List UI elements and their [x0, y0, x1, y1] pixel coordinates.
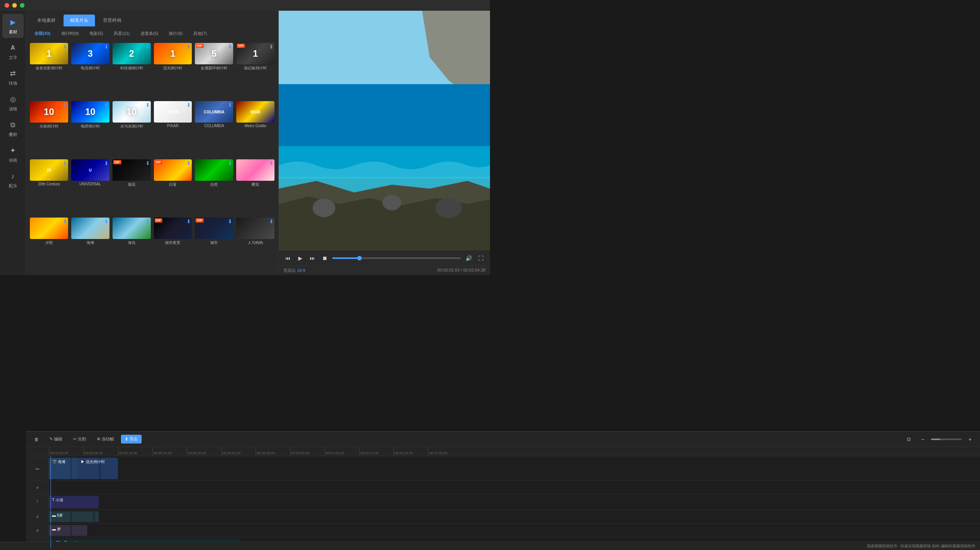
download-badge[interactable]: ⬇ — [228, 160, 232, 166]
media-label-24: 人与狗狗 — [248, 240, 263, 246]
media-item-6[interactable]: VIP⬇1场记板倒计时 — [235, 42, 275, 99]
media-item-2[interactable]: ⬇3电流倒计时 — [70, 42, 110, 99]
download-badge[interactable]: ⬇ — [228, 44, 232, 50]
download-badge[interactable]: ⬇ — [145, 218, 150, 224]
tab-local[interactable]: 本地素材 — [31, 15, 62, 26]
download-badge[interactable]: ⬇ — [63, 160, 67, 166]
download-badge[interactable]: ⬇ — [269, 44, 274, 50]
download-badge[interactable]: ⬇ — [186, 160, 191, 166]
download-badge[interactable]: ⬇ — [63, 102, 67, 108]
rewind-button[interactable]: ⏮ — [283, 254, 292, 263]
download-badge[interactable]: ⬇ — [104, 44, 109, 50]
minimize-button[interactable] — [12, 3, 17, 8]
vip-badge: VIP — [196, 44, 204, 48]
download-badge[interactable]: ⬇ — [228, 102, 232, 108]
media-item-19[interactable]: ⬇夕阳 — [29, 217, 69, 273]
vip-badge: VIP — [113, 160, 121, 164]
close-button[interactable] — [5, 3, 9, 8]
filter-bar: 全部(43) 倒计时(9) 电影(5) 风景(11) 进度条(5) 旅行(6) … — [26, 26, 278, 41]
media-label-11: COLUMBIA — [204, 124, 224, 128]
music-icon: ♪ — [8, 171, 18, 182]
download-badge[interactable]: ⬇ — [186, 102, 191, 108]
media-item-3[interactable]: ⬇2科技感倒计时 — [112, 42, 152, 99]
filter-countdown[interactable]: 倒计时(9) — [57, 29, 83, 38]
sidebar-label-animation: 动画 — [9, 157, 17, 163]
download-badge[interactable]: ⬇ — [186, 218, 191, 224]
filter-progress[interactable]: 进度条(5) — [137, 29, 162, 38]
download-badge[interactable]: ⬇ — [269, 102, 274, 108]
forward-button[interactable]: ⏭ — [308, 254, 317, 263]
maximize-button[interactable] — [20, 3, 24, 8]
media-grid: ⬇1金色光影倒计时⬇3电流倒计时⬇2科技感倒计时⬇1流光倒计时VIP⬇5金属圆环… — [26, 41, 278, 275]
download-badge[interactable]: ⬇ — [145, 102, 150, 108]
media-item-16[interactable]: VIP⬇日落 — [153, 159, 193, 215]
download-badge[interactable]: ⬇ — [145, 160, 150, 166]
media-label-16: 日落 — [169, 182, 176, 187]
preview-scene — [279, 11, 490, 250]
sidebar-item-text[interactable]: A 文字 — [2, 39, 24, 64]
text-icon: A — [8, 43, 18, 53]
time-display: 00:00:02.63 / 00:02:04.38 — [438, 268, 485, 273]
media-item-13[interactable]: ⬇2020th Century — [29, 159, 69, 215]
progress-fill — [332, 257, 359, 259]
filter-movie[interactable]: 电影(5) — [86, 29, 107, 38]
download-badge[interactable]: ⬇ — [104, 160, 109, 166]
media-item-1[interactable]: ⬇1金色光影倒计时 — [29, 42, 69, 99]
download-badge[interactable]: ⬇ — [228, 218, 232, 224]
sidebar-item-animation[interactable]: ✦ 动画 — [2, 142, 24, 166]
media-item-7[interactable]: ⬇10火焰倒计时 — [29, 100, 69, 157]
sidebar-item-transition[interactable]: ⇄ 转场 — [2, 65, 24, 89]
media-label-17: 自然 — [210, 182, 218, 187]
media-label-21: 海岛 — [128, 240, 136, 246]
filter-scenery[interactable]: 风景(11) — [110, 29, 134, 38]
download-badge[interactable]: ⬇ — [104, 218, 109, 224]
download-badge[interactable]: ⬇ — [269, 160, 274, 166]
sidebar-item-material[interactable]: ▶ 素材 — [2, 14, 24, 38]
media-item-21[interactable]: ⬇海岛 — [112, 217, 152, 273]
stop-button[interactable]: ⏹ — [320, 254, 329, 263]
media-label-3: 科技感倒计时 — [120, 65, 143, 71]
media-item-15[interactable]: VIP⬇烟花 — [112, 159, 152, 215]
media-item-14[interactable]: ⬇UUNIVERSAL — [70, 159, 110, 215]
sidebar-item-music[interactable]: ♪ 配乐 — [2, 168, 24, 192]
download-badge[interactable]: ⬇ — [104, 102, 109, 108]
download-badge[interactable]: ⬇ — [63, 44, 67, 50]
media-label-14: UNIVERSAL — [79, 182, 101, 186]
media-item-5[interactable]: VIP⬇5金属圆环倒计时 — [194, 42, 234, 99]
media-item-8[interactable]: ⬇10电焊倒计时 — [70, 100, 110, 157]
filter-other[interactable]: 其他(7) — [189, 29, 211, 38]
content-panel: 本地素材 精美片头 背景样例 全部(43) 倒计时(9) 电影(5) 风景(11… — [26, 11, 279, 275]
media-item-18[interactable]: ⬇樱花 — [235, 159, 275, 215]
preview-info: 宽高比 16:9 00:00:02.63 / 00:02:04.38 — [279, 266, 490, 275]
media-item-10[interactable]: ⬇PIXARPIXAR — [153, 100, 193, 157]
filter-all[interactable]: 全部(43) — [31, 29, 54, 38]
download-badge[interactable]: ⬇ — [145, 44, 150, 50]
media-item-24[interactable]: ⬇人与狗狗 — [235, 217, 275, 273]
media-label-7: 火焰倒计时 — [39, 124, 59, 129]
media-item-22[interactable]: VIP⬇城市夜景 — [153, 217, 193, 273]
progress-bar[interactable] — [332, 257, 461, 259]
sidebar-label-transition: 转场 — [9, 80, 17, 86]
media-item-17[interactable]: ⬇自然 — [194, 159, 234, 215]
volume-button[interactable]: 🔊 — [464, 254, 473, 263]
fullscreen-button[interactable]: ⛶ — [476, 254, 485, 263]
media-label-13: 20th Century — [38, 182, 60, 186]
media-label-12: Metro Goldw — [245, 124, 266, 128]
download-badge[interactable]: ⬇ — [186, 44, 191, 50]
media-item-11[interactable]: ⬇COLUMBIACOLUMBIA — [194, 100, 234, 157]
media-label-20: 海滩 — [87, 240, 94, 246]
media-item-9[interactable]: ⬇10水与冰倒计时 — [112, 100, 152, 157]
media-item-20[interactable]: ⬇海滩 — [70, 217, 110, 273]
tab-background[interactable]: 背景样例 — [96, 15, 128, 26]
media-item-23[interactable]: VIP⬇城市 — [194, 217, 234, 273]
media-item-4[interactable]: ⬇1流光倒计时 — [153, 42, 193, 99]
sidebar-item-filter[interactable]: ◎ 滤镜 — [2, 91, 24, 115]
media-label-6: 场记板倒计时 — [244, 65, 267, 71]
media-item-12[interactable]: ⬇MGMMetro Goldw — [235, 100, 275, 157]
play-button[interactable]: ▶ — [296, 254, 305, 263]
filter-travel[interactable]: 旅行(6) — [165, 29, 186, 38]
sidebar-item-overlay[interactable]: ⧉ 叠附 — [2, 116, 24, 141]
download-badge[interactable]: ⬇ — [269, 218, 274, 224]
download-badge[interactable]: ⬇ — [63, 218, 67, 224]
tab-premium[interactable]: 精美片头 — [64, 15, 95, 26]
